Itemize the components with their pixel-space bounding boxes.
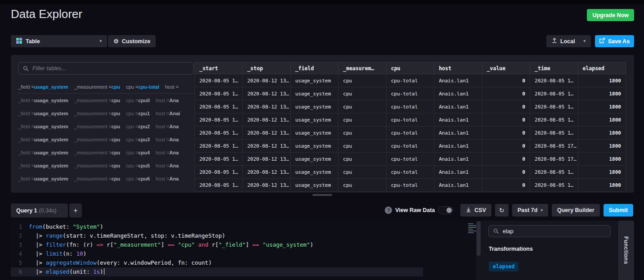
toggle-knob	[446, 208, 452, 213]
tag-pair: _field = usage_system	[18, 163, 68, 168]
table-cell: Anais.lan1	[434, 126, 482, 140]
line-number: 4	[11, 249, 29, 258]
flux-code-editor[interactable]: 1from(bucket: "System")2 |> range(start:…	[11, 221, 481, 280]
tag-pair: host = Anai	[156, 111, 180, 116]
submit-button[interactable]: Submit	[603, 204, 633, 217]
column-header: cpu	[386, 63, 434, 74]
table-group-row[interactable]: _field = usage_system_measurement = cpuc…	[18, 107, 194, 120]
view-raw-data-label: View Raw Data	[395, 207, 435, 213]
table-cell: 2020-08-05 1…	[530, 166, 578, 179]
table-cell: Anais.lan1	[434, 179, 482, 192]
table-row: 2020-08-05 1…2020-08-12 13…usage_systemc…	[195, 140, 626, 153]
table-cell: cpu	[338, 126, 386, 140]
code-line[interactable]: 6 |> elapsed(unit: 1s)	[11, 267, 481, 276]
table-cell: usage_system	[290, 87, 338, 100]
search-icon	[23, 66, 29, 72]
table-cell: 2020-08-12 13…	[243, 87, 290, 100]
table-view-icon	[16, 38, 22, 45]
code-line[interactable]: 5 |> aggregateWindow(every: v.windowPeri…	[11, 258, 481, 267]
table-group-row[interactable]: _field = usage_system_measurement = cpuc…	[18, 133, 194, 146]
table-cell: 1800	[578, 126, 626, 140]
table-sidebar: _field = usage_system_measurement = cpuc…	[18, 62, 194, 192]
line-number: 6	[11, 267, 29, 276]
table-cell: 2020-08-05 17…	[530, 140, 578, 153]
table-cell: 2020-08-05 1…	[530, 179, 578, 192]
table-cell: 2020-08-05 1…	[195, 140, 243, 153]
line-number: 5	[11, 258, 29, 267]
functions-search-input[interactable]	[503, 228, 606, 235]
local-dropdown[interactable]: Local ▾	[546, 35, 591, 47]
code-text: |> elapsed(unit: 1s)	[29, 267, 104, 276]
table-cell: 2020-08-05 1…	[195, 74, 243, 87]
code-line[interactable]: 4 |> limit(n: 10)	[11, 249, 481, 258]
tag-pair: _measurement = cpu	[74, 163, 120, 168]
functions-searchbox	[488, 225, 611, 237]
code-line[interactable]: 3 |> filter(fn: (r) => r["_measurement"]…	[11, 240, 481, 249]
tag-pair: cpu = cpu6	[126, 176, 150, 181]
filter-tables-input[interactable]	[32, 65, 189, 72]
table-group-row[interactable]: _field = usage_system_measurement = cpuc…	[18, 172, 194, 185]
refresh-button[interactable]: ↻	[495, 204, 509, 217]
query-builder-button[interactable]: Query Builder	[552, 204, 600, 217]
editor-scrollbar[interactable]	[476, 221, 481, 280]
code-text: |> aggregateWindow(every: v.windowPeriod…	[29, 258, 212, 267]
upgrade-now-button[interactable]: Upgrade Now	[587, 9, 634, 21]
table-row: 2020-08-05 1…2020-08-12 13…usage_systemc…	[195, 87, 626, 100]
resize-drag-handle[interactable]	[312, 194, 332, 196]
tag-pair: _field = usage_system	[18, 111, 68, 116]
view-type-dropdown[interactable]: Table ▾	[11, 35, 107, 47]
code-text: |> range(start: v.timeRangeStart, stop: …	[29, 231, 225, 240]
table-cell: 0	[482, 126, 530, 140]
tag-pair: cpu = cpu0	[126, 98, 150, 103]
tag-pair: _field = usage_system	[18, 137, 68, 142]
table-cell: 2020-08-12 13…	[243, 100, 290, 113]
time-range-dropdown[interactable]: Past 7d ▾	[512, 204, 548, 217]
table-row: 2020-08-05 1…2020-08-12 13…usage_systemc…	[195, 153, 626, 166]
table-cell: 2020-08-12 13…	[243, 140, 290, 153]
table-row: 2020-08-05 1…2020-08-12 13…usage_systemc…	[195, 166, 626, 179]
add-query-button[interactable]: +	[69, 203, 82, 217]
chevron-down-icon: ▾	[540, 208, 543, 212]
table-group-row[interactable]: _field = usage_system_measurement = cpuc…	[18, 159, 194, 172]
functions-side-tab[interactable]: Functions	[618, 221, 634, 280]
table-cell: usage_system	[290, 166, 338, 179]
code-line[interactable]: 1from(bucket: "System")	[11, 222, 481, 231]
table-cell: 2020-08-05 1…	[530, 113, 578, 126]
table-cell: cpu	[338, 113, 386, 126]
table-group-row[interactable]: _field = usage_system_measurement = cpuc…	[18, 81, 194, 94]
tag-pair: _field = usage_system	[18, 150, 68, 155]
table-cell: 1800	[578, 113, 626, 126]
tag-pair: host =	[165, 84, 179, 90]
table-cell: Anais.lan1	[434, 87, 482, 100]
tag-pair: cpu = cpu3	[126, 137, 150, 142]
chevron-down-icon: ▾	[99, 39, 102, 43]
query-tab-label: Query 1	[16, 208, 37, 214]
table-cell: Anais.lan1	[434, 153, 482, 166]
code-text: from(bucket: "System")	[29, 222, 104, 231]
table-cell: cpu	[338, 74, 386, 87]
table-cell: cpu-total	[386, 166, 434, 179]
csv-download-button[interactable]: CSV	[460, 204, 491, 217]
functions-tab-label: Functions	[623, 236, 629, 264]
tag-pair: host = Ana	[156, 176, 179, 181]
table-group-row[interactable]: _field = usage_system_measurement = cpuc…	[18, 94, 194, 107]
table-cell: 2020-08-12 13…	[243, 74, 290, 87]
column-header: _time	[530, 63, 578, 74]
tag-pair: host = Ana	[156, 137, 179, 142]
function-result-elapsed[interactable]: elapsed	[489, 262, 518, 271]
scrollbar-thumb[interactable]	[477, 221, 481, 256]
code-line[interactable]: 2 |> range(start: v.timeRangeStart, stop…	[11, 231, 481, 240]
transformations-heading: Transformations	[489, 246, 533, 252]
table-row: 2020-08-05 1…2020-08-12 13…usage_systemc…	[195, 179, 626, 192]
table-cell: 2020-08-05 1…	[195, 126, 243, 140]
customize-label: Customize	[122, 38, 150, 45]
table-group-row[interactable]: _field = usage_system_measurement = cpuc…	[18, 146, 194, 159]
help-icon[interactable]: ?	[385, 207, 392, 214]
query-controls: ? View Raw Data CSV ↻ Past 7d ▾ Query Bu…	[385, 204, 633, 217]
customize-button[interactable]: ⚙ Customize	[108, 35, 156, 47]
query-tab-1[interactable]: Query 1 (0.34s)	[11, 203, 68, 217]
table-cell: Anais.lan1	[434, 74, 482, 87]
view-raw-data-toggle[interactable]	[438, 206, 453, 214]
save-as-button[interactable]: Save As	[595, 35, 634, 47]
table-group-row[interactable]: _field = usage_system_measurement = cpuc…	[18, 120, 194, 133]
